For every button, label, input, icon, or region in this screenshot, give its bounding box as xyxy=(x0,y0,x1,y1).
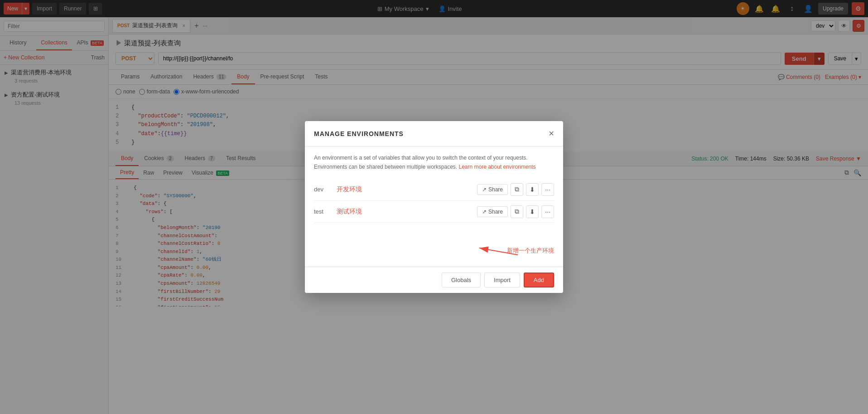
modal-title: MANAGE ENVIRONMENTS xyxy=(314,130,404,137)
env-more-button-test[interactable]: ··· xyxy=(541,205,554,218)
env-download-button-dev[interactable]: ⬇ xyxy=(526,183,539,196)
env-download-button-test[interactable]: ⬇ xyxy=(526,205,539,218)
env-label-test: 测试环境 xyxy=(337,208,473,216)
env-actions-dev: ↗ Share ⧉ ⬇ ··· xyxy=(477,183,554,196)
globals-button[interactable]: Globals xyxy=(442,273,481,287)
env-share-button-test[interactable]: ↗ Share xyxy=(477,206,508,217)
new-env-annotation: 新增一个生产环境 xyxy=(507,247,554,255)
modal-close-button[interactable]: × xyxy=(549,128,554,139)
learn-more-link[interactable]: Learn more about environments xyxy=(459,164,536,170)
env-label-dev: 开发环境 xyxy=(337,185,473,194)
env-item-dev: dev 开发环境 ↗ Share ⧉ ⬇ ··· xyxy=(314,179,554,201)
modal-description: An environment is a set of variables tha… xyxy=(314,154,554,171)
import-button-modal[interactable]: Import xyxy=(484,273,520,287)
add-button[interactable]: Add xyxy=(524,273,554,287)
env-duplicate-button-test[interactable]: ⧉ xyxy=(511,205,523,218)
env-item-test: test 测试环境 ↗ Share ⧉ ⬇ ··· xyxy=(314,201,554,223)
env-name-test: test xyxy=(314,208,332,215)
modal-overlay[interactable]: MANAGE ENVIRONMENTS × An environment is … xyxy=(0,0,868,414)
manage-environments-modal: MANAGE ENVIRONMENTS × An environment is … xyxy=(305,121,563,292)
share-icon-test: ↗ xyxy=(482,209,487,215)
annotation-area: 新增一个生产环境 xyxy=(314,232,554,259)
modal-body: An environment is a set of variables tha… xyxy=(305,146,563,266)
modal-header: MANAGE ENVIRONMENTS × xyxy=(305,121,563,146)
modal-footer: Globals Import Add xyxy=(305,267,563,293)
env-share-button-dev[interactable]: ↗ Share xyxy=(477,184,508,195)
env-actions-test: ↗ Share ⧉ ⬇ ··· xyxy=(477,205,554,218)
env-duplicate-button-dev[interactable]: ⧉ xyxy=(511,183,523,196)
env-name-dev: dev xyxy=(314,186,332,193)
env-more-button-dev[interactable]: ··· xyxy=(541,183,554,196)
share-icon: ↗ xyxy=(482,186,487,193)
